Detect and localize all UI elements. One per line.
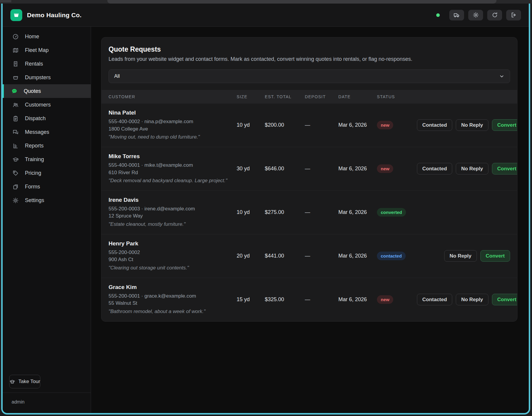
refresh-button[interactable] (487, 10, 502, 20)
status-filter-select[interactable]: All (109, 69, 510, 83)
est-total-cell: $325.00 (265, 296, 305, 303)
clipboard-icon (12, 115, 19, 122)
size-cell: 30 yd (237, 166, 265, 172)
customer-contact: 555-400-0001 · mike.t@example.com (109, 162, 237, 169)
sidebar-item-messages[interactable]: Messages (3, 125, 91, 139)
gauge-icon (12, 34, 19, 40)
no-reply-button[interactable]: No Reply (456, 163, 488, 174)
sidebar-item-label: Forms (25, 184, 40, 190)
sidebar-item-label: Quotes (24, 88, 41, 94)
date-cell: Mar 6, 2026 (338, 209, 377, 215)
main-content: Quote Requests Leads from your website w… (91, 27, 529, 413)
customer-address: 12 Spruce Way (109, 212, 237, 220)
date-cell: Mar 6, 2026 (338, 166, 377, 172)
size-cell: 10 yd (237, 209, 265, 215)
customer-name: Grace Kim (109, 284, 237, 290)
customer-note: "Estate cleanout, mostly furniture." (109, 221, 237, 228)
convert-button[interactable]: Convert (492, 163, 517, 174)
no-reply-button[interactable]: No Reply (444, 250, 477, 262)
customer-name: Henry Park (109, 240, 237, 247)
convert-button[interactable]: Convert (480, 250, 510, 262)
sidebar-item-customers[interactable]: Customers (3, 98, 91, 112)
take-tour-label: Take Tour (18, 379, 40, 385)
table-row: Irene Davis 555-200-0003 · irene.d@examp… (101, 191, 517, 234)
sidebar-item-home[interactable]: Home (3, 30, 91, 43)
sidebar-item-forms[interactable]: Forms (3, 180, 91, 193)
deposit-cell: — (305, 209, 338, 215)
customer-contact: 555-200-0001 · grace.k@example.com (109, 293, 237, 300)
customer-address: 1800 College Ave (109, 126, 237, 133)
customer-cell: Henry Park 555-200-0002 900 Ash Ct "Clea… (109, 240, 237, 272)
sidebar-item-label: Dispatch (25, 115, 46, 122)
customer-name: Irene Davis (109, 197, 237, 203)
logout-icon (511, 12, 517, 18)
convert-button[interactable]: Convert (492, 294, 517, 305)
sidebar-item-label: Fleet Map (25, 47, 49, 53)
sidebar-item-fleet-map[interactable]: Fleet Map (3, 43, 91, 57)
contacted-button[interactable]: Contacted (417, 294, 452, 305)
page-description: Leads from your website widget and conta… (109, 56, 510, 62)
sidebar-item-training[interactable]: Training (3, 153, 91, 166)
sidebar-item-label: Reports (25, 143, 44, 149)
col-header-customer: CUSTOMER (109, 94, 237, 99)
sidebar-item-dispatch[interactable]: Dispatch (3, 112, 91, 125)
sidebar-item-settings[interactable]: Settings (3, 193, 91, 207)
app-logo (10, 9, 22, 21)
customer-note: "Clearing out storage unit contents." (109, 264, 237, 272)
col-header-status: STATUS (377, 94, 417, 99)
page-title: Quote Requests (109, 45, 510, 53)
dumpster-icon (13, 12, 20, 18)
logout-button[interactable] (506, 10, 521, 20)
status-badge: new (377, 121, 393, 129)
messages-icon (12, 129, 19, 135)
sidebar-item-dumpsters[interactable]: Dumpsters (3, 71, 91, 84)
customer-note: "Bathroom remodel, about a week of work.… (109, 308, 237, 315)
customer-note: "Deck removal and backyard cleanup. Larg… (109, 177, 237, 185)
sidebar-item-quotes[interactable]: Quotes (3, 84, 91, 98)
contacted-button[interactable]: Contacted (417, 119, 452, 131)
take-tour-button[interactable]: Take Tour (9, 375, 40, 388)
map-icon (12, 47, 19, 53)
deposit-cell: — (305, 166, 338, 172)
no-reply-button[interactable]: No Reply (456, 119, 488, 131)
est-total-cell: $200.00 (265, 122, 305, 128)
users-icon (12, 102, 19, 108)
table-row: Grace Kim 555-200-0001 · grace.k@example… (101, 278, 517, 321)
col-header-size: SIZE (237, 94, 265, 99)
no-reply-button[interactable]: No Reply (456, 294, 488, 305)
status-filter-value: All (114, 73, 120, 79)
customer-name: Nina Patel (109, 109, 237, 116)
sidebar-item-pricing[interactable]: Pricing (3, 166, 91, 180)
sidebar-item-label: Rentals (25, 61, 43, 67)
sidebar-item-label: Pricing (25, 170, 41, 176)
receipt-icon (12, 61, 19, 67)
contacted-button[interactable]: Contacted (417, 163, 452, 174)
graduation-cap-icon (9, 379, 15, 385)
sidebar-item-reports[interactable]: Reports (3, 139, 91, 153)
settings-button[interactable] (468, 10, 483, 20)
convert-button[interactable]: Convert (492, 119, 517, 131)
sidebar-item-rentals[interactable]: Rentals (3, 57, 91, 71)
sidebar-item-label: Home (25, 34, 39, 40)
date-cell: Mar 6, 2026 (338, 122, 377, 128)
customer-cell: Irene Davis 555-200-0003 · irene.d@examp… (109, 197, 237, 228)
est-total-cell: $275.00 (265, 209, 305, 215)
col-header-date: DATE (338, 94, 377, 99)
size-cell: 15 yd (237, 296, 265, 303)
table-row: Mike Torres 555-400-0001 · mike.t@exampl… (101, 147, 517, 191)
col-header-deposit: DEPOSIT (305, 94, 338, 99)
customer-cell: Grace Kim 555-200-0001 · grace.k@example… (109, 284, 237, 315)
fleet-truck-button[interactable] (449, 10, 464, 20)
customer-note: "Moving out, need to dump old furniture.… (109, 134, 237, 141)
current-user: admin (3, 393, 91, 413)
graduation-cap-icon (12, 156, 19, 163)
customer-address: 55 Walnut St (109, 300, 237, 307)
date-cell: Mar 6, 2026 (338, 296, 377, 303)
chat-bubble-icon (11, 88, 17, 94)
table-row: Henry Park 555-200-0002 900 Ash Ct "Clea… (101, 234, 517, 278)
app-screen: Demo Hauling Co. (1, 4, 530, 415)
size-cell: 20 yd (237, 253, 265, 259)
deposit-cell: — (305, 122, 338, 128)
chevron-down-icon (499, 74, 504, 79)
customer-name: Mike Torres (109, 153, 237, 160)
